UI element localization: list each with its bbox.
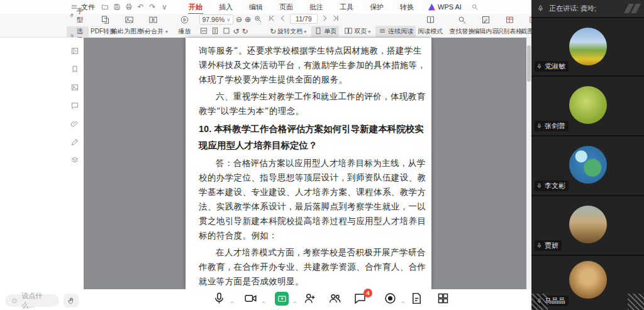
camera-icon (243, 292, 257, 306)
comments-icon[interactable] (70, 101, 79, 113)
participant-tile[interactable]: 李文彬 (531, 135, 644, 195)
chevron-up-icon[interactable] (261, 296, 266, 307)
search-icon[interactable] (470, 3, 480, 12)
doc-line: 标的符合度。例如： (199, 228, 418, 243)
pdf-page[interactable]: 询等服务”。还要求学校根据学生特点因材施教，搭建学生 课外科技及文体活动平台，有… (186, 38, 431, 289)
participant-tile[interactable]: 张剑普 (531, 75, 644, 135)
split-merge-button[interactable]: 拆分合并 ▾ (142, 14, 165, 37)
quickbar-chevron-icon[interactable]: ∨ (160, 3, 169, 12)
bookmarks-icon[interactable] (70, 65, 79, 76)
document-scrollbar[interactable] (526, 38, 531, 289)
stop-video-button[interactable]: 停止视频 (236, 292, 264, 310)
find-replace-icon (457, 15, 467, 26)
recognize-table-label: 识别表格 (497, 27, 522, 36)
tab-home[interactable]: 开始 (180, 1, 211, 14)
panel-toggle-icon[interactable] (70, 47, 79, 58)
double-page-button[interactable]: 双页▾ (341, 26, 373, 37)
magnifier-icon[interactable] (253, 14, 262, 25)
zoom-in-icon[interactable]: ⊕ (245, 16, 251, 23)
single-page-button[interactable]: 单页 (311, 26, 339, 37)
tab-edit[interactable]: 编辑 (241, 1, 271, 14)
raise-hand-button[interactable] (64, 294, 79, 307)
save-icon[interactable] (112, 3, 121, 12)
resize-stripes-icon (531, 294, 548, 310)
rotate-left-icon[interactable]: ↺ (233, 28, 240, 35)
layers-icon[interactable] (70, 156, 79, 167)
edit-content-icon (481, 15, 491, 26)
wps-ai-icon (428, 4, 435, 11)
play-label: 播放 (179, 27, 191, 36)
tab-tools[interactable]: 工具 (331, 1, 362, 14)
members-button[interactable]: 成员(9) (321, 292, 348, 310)
rotate-doc-button[interactable]: ↻旋转文档▾ (267, 26, 309, 36)
microphone-icon (537, 4, 544, 13)
hand-tool-label: 手型 (76, 7, 85, 25)
chevron-up-icon[interactable] (230, 296, 235, 307)
avatar (569, 206, 607, 243)
zoom-out-icon[interactable]: ⊖ (236, 16, 242, 23)
doc-line: 在人才培养模式方面，考察学校是否积极开展产学研合 (199, 245, 418, 260)
left-panel (66, 38, 84, 289)
apps-button[interactable]: 应用 (429, 292, 457, 310)
participant-tile[interactable]: 贾妍 (531, 195, 644, 255)
fit-page-icon[interactable] (222, 26, 231, 36)
resize-stripes-icon[interactable] (628, 294, 644, 310)
tab-convert[interactable]: 转换 (392, 1, 422, 14)
meeting-sidebar: 正在讲话: 龚玲; 党淑敏 张剑普 李文彬 贾妍 马晶晶 (531, 0, 644, 310)
smiley-icon: ☺ (11, 296, 18, 305)
continuous-read-button[interactable]: 连续阅读 (375, 26, 416, 37)
share-screen-button[interactable]: 共享屏幕 (268, 292, 296, 310)
redo-icon[interactable]: ↷ (148, 3, 157, 12)
people-icon (328, 292, 341, 306)
edit-content-button[interactable]: 编辑内容 (474, 14, 497, 37)
hand-tool-button[interactable]: 手型 (67, 6, 89, 25)
find-replace-label: 查找替换 (449, 27, 474, 36)
attachments-icon[interactable] (70, 119, 79, 131)
chat-input[interactable]: ☺ 说点什么... (5, 294, 59, 307)
ai-notes-icon (409, 292, 423, 306)
tab-page[interactable]: 页面 (271, 1, 301, 14)
toolbar: 手型 选择 PDF转换 ▾ 输出为图片 ▾ 拆分合并 ▾ 播放 97.96% ∨ (0, 14, 531, 38)
rotate-right-icon[interactable]: ↻ (242, 28, 248, 35)
fit-height-icon[interactable] (211, 26, 219, 36)
doc-line: 询等服务”。还要求学校根据学生特点因材施教，搭建学生 (199, 43, 418, 58)
split-merge-label: 拆分合并 ▾ (138, 27, 168, 36)
prev-page-icon[interactable] (279, 14, 287, 24)
play-button[interactable]: 播放 (173, 14, 197, 37)
raise-hand-icon (67, 297, 75, 305)
read-mode-button[interactable]: 阅读模式 (418, 14, 442, 37)
next-page-icon[interactable] (320, 14, 329, 24)
snapshot-icon[interactable] (70, 83, 79, 94)
signature-icon[interactable] (70, 138, 79, 149)
export-image-button[interactable]: 输出为图片 ▾ (118, 14, 142, 37)
participant-tile[interactable]: 马晶晶 (531, 255, 644, 310)
hand-icon (70, 12, 74, 19)
record-button[interactable]: 录制 (376, 292, 404, 310)
mute-button[interactable]: 静音 (205, 292, 233, 310)
fit-width-icon[interactable] (199, 26, 208, 36)
doc-line: 教学“以学生为本”的理念。 (199, 104, 418, 118)
mic-status-icon (536, 182, 542, 189)
find-replace-button[interactable]: 查找替换 (450, 14, 474, 37)
tab-insert[interactable]: 插入 (211, 1, 241, 14)
wps-ai-button[interactable]: WPS AI (428, 3, 462, 11)
open-folder-icon[interactable] (100, 3, 109, 12)
record-icon (383, 292, 397, 306)
zoom-level-select[interactable]: 97.96% ∨ (199, 14, 233, 25)
last-page-icon[interactable] (331, 14, 340, 24)
scrollbar-thumb[interactable] (527, 45, 531, 82)
first-page-icon[interactable] (267, 14, 276, 24)
tab-comment[interactable]: 批注 (301, 1, 331, 14)
page-number-input[interactable]: 11/79 (290, 14, 318, 24)
ai-notes-button[interactable]: AI纪要 (402, 292, 430, 310)
mic-status-icon (536, 242, 542, 249)
tab-protect[interactable]: 保护 (362, 1, 392, 14)
invite-button[interactable]: 邀请 (296, 292, 323, 310)
print-icon[interactable] (124, 3, 133, 12)
person-add-icon (303, 292, 316, 306)
chat-button[interactable]: 4 聊天 (346, 292, 374, 310)
undo-icon[interactable]: ↶ (136, 3, 145, 12)
participant-tile[interactable]: 党淑敏 (531, 17, 644, 75)
recognize-table-button[interactable]: 识别表格 (497, 14, 521, 37)
share-screen-icon (275, 292, 289, 306)
